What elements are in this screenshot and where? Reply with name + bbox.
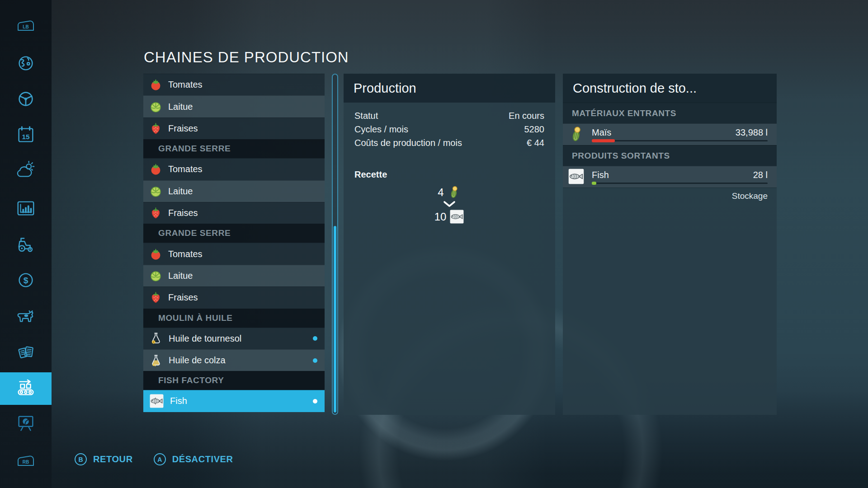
list-item-fraises[interactable]: Fraises <box>143 286 325 308</box>
input-row-mais[interactable]: Maïs 33,988 l <box>563 123 777 145</box>
weather-icon <box>15 160 36 181</box>
recipe-diagram: 4 10 <box>344 185 555 224</box>
list-item-huile-tournesol[interactable]: Huile de tournesol <box>143 328 325 349</box>
sidebar-item-finances[interactable]: $ <box>0 270 52 291</box>
rb-shoulder-icon: RB <box>0 454 52 468</box>
sidebar: LB 15 <box>0 0 52 488</box>
sidebar-item-vehicles[interactable] <box>0 89 52 109</box>
list-item-fraises[interactable]: Fraises <box>143 117 325 139</box>
sidebar-item-contracts[interactable] <box>0 342 52 363</box>
fill-level-value <box>592 139 615 142</box>
recipe-input: 4 <box>438 185 461 199</box>
canola-oil-icon <box>149 354 163 367</box>
sidebar-item-weather[interactable] <box>0 160 52 181</box>
resource-label: Fish <box>592 170 609 180</box>
strawberry-icon <box>149 206 162 220</box>
list-item-label: Fish <box>170 396 187 406</box>
list-section-header: GRANDE SERRE <box>143 139 325 158</box>
list-item-label: Fraises <box>168 208 198 218</box>
corn-icon <box>568 126 585 143</box>
storage-mode-label: Stockage <box>732 191 768 201</box>
production-stats-icon <box>15 413 36 434</box>
sidebar-item-garage[interactable] <box>0 234 52 255</box>
fill-level-bar <box>592 140 768 141</box>
tomato-icon <box>149 163 162 176</box>
recipe-input-quantity: 4 <box>438 186 443 199</box>
lettuce-icon <box>149 269 162 282</box>
active-production-dot <box>313 336 317 341</box>
svg-text:15: 15 <box>22 133 30 141</box>
outputs-section-header: PRODUITS SORTANTS <box>563 145 777 166</box>
back-button-label: RETOUR <box>93 454 133 465</box>
deactivate-button-label: DÉSACTIVER <box>172 454 233 465</box>
stat-row-statut: Statut En cours <box>354 109 544 122</box>
recipe-output-quantity: 10 <box>434 211 447 223</box>
list-item-label: Tomates <box>168 164 203 174</box>
strawberry-icon <box>149 291 162 304</box>
storage-panel: Construction de sto... MATÉRIAUX ENTRANT… <box>563 74 777 415</box>
list-scrollbar-thumb[interactable] <box>334 226 336 413</box>
list-item-label: Fraises <box>168 123 198 134</box>
active-production-dot <box>313 399 317 404</box>
stat-label: Coûts de production / mois <box>354 136 462 150</box>
list-section-header: MOULIN À HUILE <box>143 309 325 328</box>
list-item-label: Huile de tournesol <box>169 333 241 344</box>
fish-icon <box>568 168 585 185</box>
sunflower-oil-icon <box>149 332 163 345</box>
stat-row-cycles: Cycles / mois 5280 <box>354 122 544 136</box>
list-item-label: Tomates <box>168 249 203 259</box>
tomato-icon <box>149 78 162 91</box>
production-chains-icon <box>15 378 36 399</box>
list-item-fraises[interactable]: Fraises <box>143 202 325 224</box>
list-scrollbar[interactable] <box>332 74 338 415</box>
svg-text:$: $ <box>24 276 28 285</box>
tractor-icon <box>15 234 36 255</box>
resource-amount: 33,988 l <box>736 127 768 138</box>
inputs-section-header: MATÉRIAUX ENTRANTS <box>563 103 777 123</box>
sidebar-item-animals[interactable] <box>0 305 52 326</box>
stat-value: € 44 <box>527 136 544 150</box>
sidebar-item-statistics[interactable] <box>0 198 52 219</box>
production-stats-block: Statut En cours Cycles / mois 5280 Coûts… <box>344 103 555 150</box>
footer-button-hints: B RETOUR A DÉSACTIVER <box>75 453 233 465</box>
deactivate-button[interactable]: A DÉSACTIVER <box>154 453 233 465</box>
list-item-laitue[interactable]: Laitue <box>143 180 325 202</box>
fish-icon <box>149 394 164 408</box>
list-item-tomates[interactable]: Tomates <box>143 243 325 264</box>
list-item-huile-colza[interactable]: Huile de colza <box>143 349 325 371</box>
globe-icon <box>15 53 36 74</box>
corn-icon <box>447 185 461 199</box>
dollar-icon: $ <box>15 270 36 291</box>
list-item-label: Laitue <box>168 271 193 281</box>
back-button[interactable]: B RETOUR <box>75 453 133 465</box>
sidebar-item-production-stats[interactable] <box>0 413 52 434</box>
sidebar-item-map[interactable] <box>0 53 52 74</box>
output-row-fish[interactable]: Fish 28 l <box>563 166 777 188</box>
production-panel-title: Production <box>344 74 555 103</box>
fish-icon <box>449 209 464 224</box>
sidebar-item-production-chains[interactable] <box>0 378 52 399</box>
cow-icon <box>15 305 36 326</box>
contracts-icon <box>15 342 36 363</box>
list-item-label: Laitue <box>168 102 193 112</box>
gamepad-b-icon: B <box>75 453 87 465</box>
lb-shoulder-icon: LB <box>0 19 52 33</box>
list-item-tomates[interactable]: Tomates <box>143 158 325 180</box>
recipe-heading: Recette <box>354 169 544 180</box>
statistics-icon <box>15 198 36 219</box>
list-item-laitue[interactable]: Laitue <box>143 95 325 117</box>
fill-level-value <box>592 182 596 185</box>
stat-value: 5280 <box>524 122 545 136</box>
list-item-fish[interactable]: Fish <box>143 390 325 412</box>
active-production-dot <box>313 358 317 363</box>
lettuce-icon <box>149 185 162 198</box>
tomato-icon <box>149 248 162 261</box>
list-item-label: Tomates <box>168 80 203 90</box>
svg-text:LB: LB <box>23 24 28 29</box>
page-title: CHAINES DE PRODUCTION <box>144 49 349 66</box>
stat-row-couts: Coûts de production / mois € 44 <box>354 136 544 150</box>
sidebar-item-calendar[interactable]: 15 <box>0 125 52 145</box>
list-item-tomates[interactable]: Tomates <box>143 74 325 95</box>
list-item-laitue[interactable]: Laitue <box>143 265 325 286</box>
gamepad-a-icon: A <box>154 453 166 465</box>
